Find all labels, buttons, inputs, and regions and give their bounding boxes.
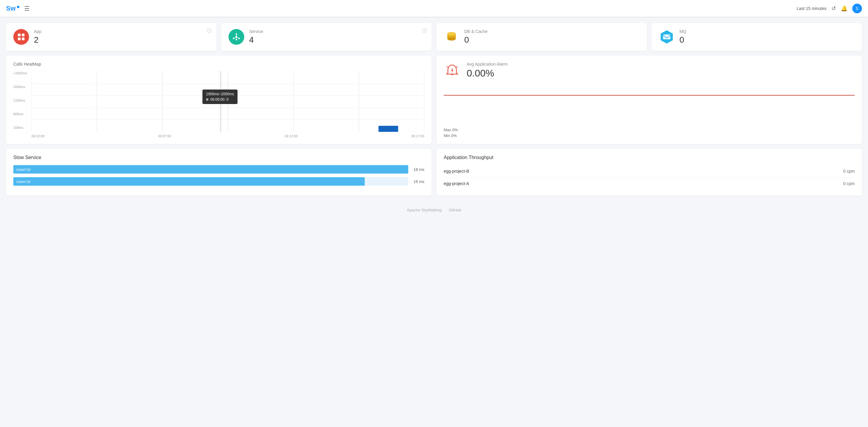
x-label-2: 06:07:00: [158, 134, 171, 138]
slow-bar-track-2: /user/:id: [13, 177, 408, 186]
app-grid-icon: [17, 33, 25, 41]
logo-text: Sw: [6, 4, 16, 12]
stats-row: App 2 ⓘ Service: [6, 23, 862, 51]
app-icon-circle: [13, 29, 29, 45]
y-label-5: 100ms: [13, 126, 27, 129]
throughput-name-1: egg-project-B: [444, 169, 469, 173]
svg-rect-1: [22, 34, 25, 36]
app-info-icon[interactable]: ⓘ: [207, 28, 212, 34]
mq-value: 0: [679, 35, 855, 45]
alarm-bell-icon: [444, 63, 460, 78]
x-label-1: 06:02:00: [31, 134, 44, 138]
mq-hex-icon: [659, 29, 675, 45]
svg-rect-23: [663, 34, 670, 39]
svg-line-39: [447, 66, 448, 67]
heatmap-x-labels: 06:02:00 06:07:00 06:12:00 06:17:00: [31, 134, 424, 138]
stat-card-service: Service 4 ⓘ: [221, 23, 432, 51]
svg-point-7: [233, 38, 235, 39]
service-label: Service: [249, 29, 424, 34]
alarm-icon-wrap: [444, 62, 461, 79]
logo[interactable]: Sw: [6, 4, 19, 12]
stat-card-mq: MQ 0: [652, 23, 862, 51]
stat-info-app: App 2: [34, 29, 209, 45]
footer-link-skywalking[interactable]: Apache SkyWalking: [407, 208, 441, 212]
slow-bar-track-1: /user/:id: [13, 165, 408, 173]
refresh-icon[interactable]: ↺: [831, 5, 836, 12]
throughput-item-1: egg-project-B 0 cpm: [444, 165, 855, 177]
slow-bar-label-2: /user/:id: [17, 179, 30, 184]
slow-bar-value-1: 18 ms: [411, 167, 424, 172]
svg-point-4: [236, 36, 237, 38]
heatmap-svg: [31, 71, 424, 132]
throughput-list: egg-project-B 0 cpm egg-project-A 0 cpm: [444, 165, 855, 190]
menu-icon[interactable]: ☰: [24, 5, 30, 12]
x-label-3: 06:12:00: [285, 134, 298, 138]
header-left: Sw ☰: [6, 4, 30, 12]
alarm-line-svg: [444, 86, 855, 104]
svg-line-12: [237, 37, 239, 38]
svg-rect-0: [18, 34, 21, 36]
heatmap-y-labels: >2000ms 1600ms 1100ms 600ms 100ms: [13, 71, 27, 131]
throughput-value-2: 0 cpm: [843, 181, 855, 186]
bottom-row: Slow Service /user/:id 18 ms: [6, 149, 862, 196]
svg-rect-3: [22, 37, 25, 40]
svg-point-8: [239, 38, 240, 39]
throughput-item-2: egg-project-A 0 cpm: [444, 177, 855, 190]
heatmap-card: Calls HeatMap >2000ms 1600ms 1100ms 600m…: [6, 56, 432, 144]
slow-service-title: Slow Service: [13, 155, 424, 160]
time-label: Last 15 minutes: [797, 6, 827, 11]
avatar[interactable]: S: [852, 4, 862, 13]
service-icon-circle: [228, 29, 244, 45]
stat-info-db: DB & Cache 0: [464, 29, 640, 45]
svg-point-21: [447, 37, 456, 40]
y-label-3: 1100ms: [13, 99, 27, 102]
avatar-initial: S: [856, 6, 858, 11]
db-label: DB & Cache: [464, 29, 640, 34]
svg-point-16: [447, 32, 456, 36]
footer-link-github[interactable]: GitHub: [449, 208, 461, 212]
heatmap-container: >2000ms 1600ms 1100ms 600ms 100ms: [13, 71, 424, 138]
alarm-info: Avg Application Alarm 0.00%: [467, 62, 507, 79]
alarm-value: 0.00%: [467, 68, 507, 79]
throughput-card: Application Throughput egg-project-B 0 c…: [436, 149, 862, 196]
stat-info-service: Service 4: [249, 29, 424, 45]
logo-dot: [17, 6, 19, 8]
stat-card-db: DB & Cache 0: [436, 23, 647, 51]
app-label: App: [34, 29, 209, 34]
stat-info-mq: MQ 0: [679, 29, 855, 45]
db-value: 0: [464, 35, 640, 45]
service-value: 4: [249, 35, 424, 45]
y-label-1: >2000ms: [13, 71, 27, 75]
bell-icon[interactable]: 🔔: [841, 5, 847, 12]
alarm-top: Avg Application Alarm 0.00%: [444, 62, 855, 79]
heatmap-title: Calls HeatMap: [13, 62, 424, 67]
footer: Apache SkyWalking GitHub: [0, 202, 868, 218]
slow-bar-fill-1: /user/:id: [13, 165, 408, 173]
stat-card-app: App 2 ⓘ: [6, 23, 216, 51]
throughput-value-1: 0 cpm: [843, 169, 855, 173]
heatmap-area: 1900ms~2000ms 06:09:00: 0 06:02:00 06:07…: [31, 71, 424, 138]
svg-rect-2: [18, 37, 21, 40]
slow-bar-fill-2: /user/:id: [13, 177, 365, 186]
svg-point-5: [236, 34, 237, 35]
db-cache-icon: [445, 30, 458, 43]
throughput-name-2: egg-project-A: [444, 181, 469, 186]
alarm-min: Min 0%: [444, 133, 855, 138]
y-label-4: 600ms: [13, 112, 27, 116]
service-network-icon: [232, 33, 241, 41]
svg-point-6: [236, 39, 237, 40]
alarm-card: Avg Application Alarm 0.00% Max 0% Min 0…: [436, 56, 862, 144]
mq-label: MQ: [679, 29, 855, 34]
app-value: 2: [34, 35, 209, 45]
service-info-icon[interactable]: ⓘ: [422, 28, 427, 34]
slow-service-item: /user/:id 18 ms: [13, 165, 424, 173]
main-content: App 2 ⓘ Service: [0, 17, 868, 202]
alarm-label: Avg Application Alarm: [467, 62, 507, 67]
middle-row: Calls HeatMap >2000ms 1600ms 1100ms 600m…: [6, 56, 862, 144]
alarm-max: Max 0%: [444, 128, 855, 132]
slow-service-card: Slow Service /user/:id 18 ms: [6, 149, 432, 196]
db-icon-wrap: [444, 29, 459, 45]
svg-line-11: [234, 37, 236, 38]
slow-bar-row-2: /user/:id 16 ms: [13, 177, 424, 186]
throughput-title: Application Throughput: [444, 155, 855, 160]
